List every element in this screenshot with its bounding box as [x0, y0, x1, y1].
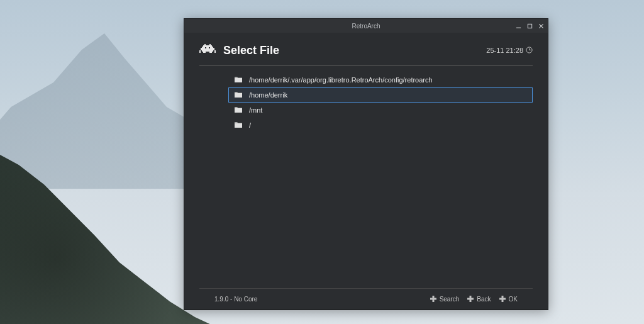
back-action[interactable]: Back [467, 295, 491, 304]
svg-rect-5 [213, 48, 214, 50]
svg-rect-27 [467, 298, 474, 299]
window-title: RetroArch [352, 23, 380, 30]
folder-icon [234, 106, 243, 115]
header-divider [199, 65, 533, 66]
dpad-icon [467, 295, 474, 304]
footer-actions: Search Back OK [430, 295, 518, 304]
maximize-button[interactable] [525, 21, 534, 30]
file-item-root[interactable]: / [228, 118, 533, 133]
svg-rect-10 [209, 44, 211, 45]
svg-rect-7 [212, 47, 213, 52]
search-label: Search [440, 296, 460, 303]
file-item-config-path[interactable]: /home/derrik/.var/app/org.libretro.Retro… [228, 72, 533, 87]
dpad-icon [430, 295, 437, 304]
ok-label: OK [509, 296, 518, 303]
svg-rect-9 [204, 44, 206, 45]
folder-icon [234, 121, 243, 130]
svg-rect-16 [209, 47, 210, 48]
svg-rect-14 [209, 52, 212, 53]
file-item-home[interactable]: /home/derrik [228, 87, 533, 103]
svg-rect-13 [203, 52, 206, 53]
svg-rect-21 [235, 92, 242, 93]
folder-icon [234, 75, 243, 84]
retroarch-window: RetroArch [184, 18, 548, 310]
timestamp: 25-11 21:28 [486, 47, 533, 55]
search-action[interactable]: Search [430, 295, 460, 304]
window-content: Select File 25-11 21:28 /home/d [184, 33, 548, 310]
svg-rect-29 [499, 298, 506, 299]
file-label: /mnt [249, 106, 262, 114]
svg-rect-1 [528, 24, 531, 28]
svg-rect-6 [202, 47, 203, 52]
svg-rect-11 [199, 50, 201, 53]
clock-icon [526, 47, 533, 55]
folder-icon [234, 91, 243, 99]
svg-rect-8 [203, 45, 212, 52]
page-title: Select File [223, 44, 279, 57]
window-titlebar[interactable]: RetroArch [184, 19, 548, 33]
page-header-left: Select File [199, 43, 279, 58]
file-item-mnt[interactable]: /mnt [228, 103, 533, 118]
dpad-icon [499, 295, 506, 304]
back-label: Back [477, 296, 491, 303]
svg-rect-23 [235, 122, 242, 123]
svg-rect-22 [235, 107, 242, 108]
svg-rect-25 [430, 298, 436, 299]
svg-rect-12 [214, 50, 216, 53]
file-list: /home/derrik/.var/app/org.libretro.Retro… [199, 70, 533, 133]
timestamp-text: 25-11 21:28 [486, 47, 523, 54]
file-label: /home/derrik [249, 91, 287, 99]
file-label: / [249, 121, 251, 129]
footer-bar: 1.9.0 - No Core Search Back [199, 288, 533, 310]
retroarch-icon [199, 43, 216, 58]
minimize-button[interactable] [514, 21, 523, 30]
page-header: Select File 25-11 21:28 [199, 39, 533, 65]
svg-rect-20 [235, 77, 242, 78]
file-label: /home/derrik/.var/app/org.libretro.Retro… [249, 76, 433, 84]
svg-rect-15 [205, 47, 206, 48]
status-text: 1.9.0 - No Core [214, 296, 257, 303]
ok-action[interactable]: OK [499, 295, 518, 304]
svg-rect-4 [201, 48, 202, 50]
window-controls [514, 19, 545, 33]
close-button[interactable] [536, 21, 545, 30]
